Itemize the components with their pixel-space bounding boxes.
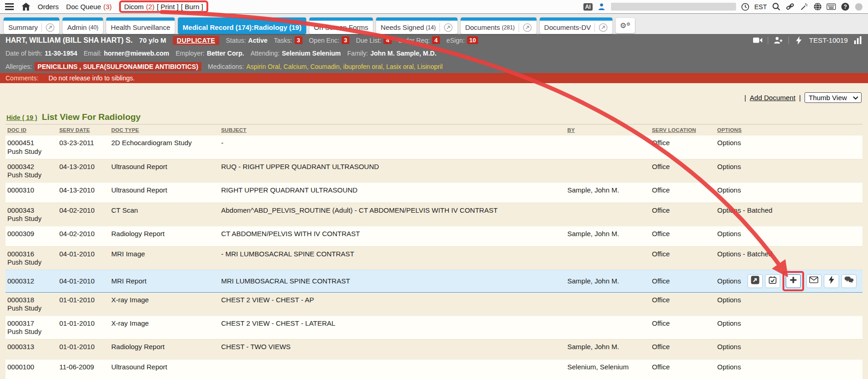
- options-link[interactable]: Options: [717, 162, 741, 171]
- clock-icon[interactable]: [741, 2, 750, 11]
- tab-needs-signed[interactable]: Needs Signed(14): [376, 17, 457, 34]
- keyboard-icon[interactable]: [827, 2, 836, 11]
- table-row[interactable]: 0000343Push Study04-02-2010CT ScanAbdome…: [6, 203, 862, 226]
- schedule-button[interactable]: [765, 274, 780, 288]
- tab-documents-dv[interactable]: Documents-DV: [540, 17, 613, 34]
- options-link[interactable]: Options: [717, 138, 741, 147]
- doc-id-link[interactable]: 0000312: [7, 277, 56, 286]
- medications-list[interactable]: Aspirin Oral, Calcium, Coumadin, ibuprof…: [246, 63, 443, 70]
- doc-id-link[interactable]: 0000451: [7, 138, 56, 147]
- table-row[interactable]: 000031204-01-2010MRI ReportMRI LUMBOSACR…: [6, 270, 862, 292]
- open-new-window-icon[interactable]: [440, 23, 453, 32]
- table-row[interactable]: 0000342Push Study04-13-2010Ultrasound Re…: [6, 159, 862, 182]
- doc-id-link[interactable]: 0000316: [7, 249, 56, 259]
- open-new-window-icon[interactable]: [594, 23, 608, 32]
- doc-id-link[interactable]: 0000342: [7, 162, 56, 171]
- help-icon[interactable]: ?: [840, 2, 850, 11]
- globe-icon[interactable]: [813, 2, 822, 11]
- table-row[interactable]: 000031004-13-2010Ultrasound ReportRIGHT …: [6, 182, 862, 203]
- column-header-by[interactable]: BY: [565, 124, 650, 136]
- doc-id-link[interactable]: 0000309: [7, 229, 56, 238]
- tab-label: Admin: [67, 23, 87, 31]
- push-study-link[interactable]: Push Study: [7, 328, 56, 336]
- options-link[interactable]: Options: [717, 277, 741, 286]
- search-icon[interactable]: [771, 2, 781, 11]
- thumb-view-select[interactable]: Thumb View: [805, 92, 862, 103]
- tab-medical-record-174-radiology-19[interactable]: Medical Record (174):Radiology (19): [178, 17, 306, 34]
- table-row[interactable]: 0000318Push Study01-01-2010X-ray ImageCH…: [6, 292, 862, 316]
- duplicate-badge[interactable]: DUPLICATE: [173, 36, 220, 45]
- doc-id-link[interactable]: 0000100: [7, 362, 56, 372]
- push-study-link[interactable]: Push Study: [7, 304, 56, 313]
- push-study-link[interactable]: Push Study: [7, 171, 56, 180]
- comments-button[interactable]: [841, 274, 857, 288]
- column-header-doc-id[interactable]: DOC ID: [6, 124, 57, 136]
- add-to-dicom-button[interactable]: [786, 274, 801, 288]
- open-new-window-icon[interactable]: [41, 23, 55, 32]
- doc-id-link[interactable]: 0000317: [7, 319, 56, 328]
- tab-admin[interactable]: Admin(40): [63, 17, 103, 34]
- quick-bolt-icon[interactable]: [794, 36, 804, 45]
- tab-documents[interactable]: Documents(281): [461, 17, 537, 34]
- push-study-link[interactable]: Push Study: [7, 258, 56, 267]
- table-row[interactable]: 000010011-06-2009Ultrasound ReportSeleni…: [6, 359, 862, 379]
- nav-dicom-print[interactable]: [ Print ]: [157, 3, 179, 11]
- column-header-options[interactable]: OPTIONS: [715, 124, 862, 136]
- options-link[interactable]: Options - Batched: [717, 206, 772, 215]
- options-link[interactable]: Options - Batched: [717, 249, 772, 259]
- tab-settings[interactable]: ⚙⚙: [616, 18, 634, 33]
- table-row[interactable]: 0000316Push Study04-01-2010MRI Image- MR…: [6, 246, 862, 270]
- counter-badge[interactable]: 10: [467, 36, 478, 44]
- user-icon[interactable]: [597, 2, 606, 11]
- wand-icon[interactable]: [799, 2, 808, 11]
- tab-on-screen-forms[interactable]: On Screen Forms: [309, 17, 373, 34]
- cell-doc-id: 0000318Push Study: [6, 292, 57, 316]
- table-row[interactable]: 0000451Push Study03-23-20112D Echocardio…: [6, 136, 862, 159]
- quick-action-button[interactable]: [824, 274, 839, 288]
- column-header-serv-location[interactable]: SERV LOCATION: [650, 124, 715, 136]
- options-link[interactable]: Options: [717, 342, 741, 351]
- counter-badge[interactable]: 3: [342, 36, 349, 44]
- hamburger-menu-icon[interactable]: [5, 2, 14, 11]
- doc-id-link[interactable]: 0000313: [7, 342, 56, 351]
- add-user-icon[interactable]: [774, 36, 783, 45]
- push-study-link[interactable]: Push Study: [7, 147, 56, 156]
- doc-id-link[interactable]: 0000310: [7, 186, 56, 195]
- nav-orders[interactable]: Orders: [38, 3, 59, 11]
- column-header-serv-date[interactable]: SERV DATE: [57, 124, 109, 136]
- allergy-badge[interactable]: PENICILLINS , SULFA(SULFONAMIDE ANTIBIOT…: [34, 62, 201, 71]
- bar-chart-icon[interactable]: [853, 36, 862, 45]
- options-link[interactable]: Options: [717, 319, 741, 328]
- table-row[interactable]: 000031301-01-2010Radiology ReportCHEST -…: [6, 339, 862, 359]
- link-icon[interactable]: [785, 2, 794, 11]
- table-row[interactable]: 000030904-02-2010Radiology ReportCT ABDO…: [6, 226, 862, 246]
- tab-summary[interactable]: Summary: [4, 17, 59, 34]
- home-icon[interactable]: [21, 2, 30, 11]
- tab-health-surveillance[interactable]: Health Surveillance: [106, 17, 175, 34]
- counter-badge[interactable]: 4: [383, 36, 391, 44]
- email-button[interactable]: [806, 274, 822, 288]
- options-link[interactable]: Options: [717, 295, 741, 305]
- add-document-link[interactable]: Add Document: [750, 94, 795, 102]
- options-link[interactable]: Options: [717, 229, 741, 238]
- counter-badge[interactable]: 4: [432, 36, 440, 44]
- chart-id[interactable]: TEST-10019: [809, 36, 848, 44]
- counter-label: Order Req:: [398, 37, 430, 44]
- hide-link[interactable]: Hide ( 19 ): [6, 114, 37, 121]
- video-camera-icon[interactable]: [753, 36, 762, 45]
- counter-badge[interactable]: 3: [295, 36, 303, 44]
- nav-dicom-burn[interactable]: [ Burn ]: [181, 3, 203, 11]
- doc-id-link[interactable]: 0000343: [7, 206, 56, 215]
- open-document-button[interactable]: [748, 274, 763, 288]
- nav-dicom-annotated[interactable]: Dicom (2) [ Print ] [ Burn ]: [119, 0, 208, 13]
- options-link[interactable]: Options: [717, 362, 741, 372]
- push-study-link[interactable]: Push Study: [7, 215, 56, 223]
- table-row[interactable]: 0000317Push Study01-01-2010X-ray ImageCH…: [6, 316, 862, 339]
- column-header-doc-type[interactable]: DOC TYPE: [109, 124, 219, 136]
- nav-doc-queue[interactable]: Doc Queue (3): [66, 3, 112, 11]
- column-header-subject[interactable]: SUBJECT: [219, 124, 565, 136]
- open-new-window-icon[interactable]: [519, 23, 532, 32]
- options-link[interactable]: Options: [717, 186, 741, 195]
- doc-id-link[interactable]: 0000318: [7, 295, 56, 305]
- ai-badge[interactable]: AI: [583, 3, 593, 11]
